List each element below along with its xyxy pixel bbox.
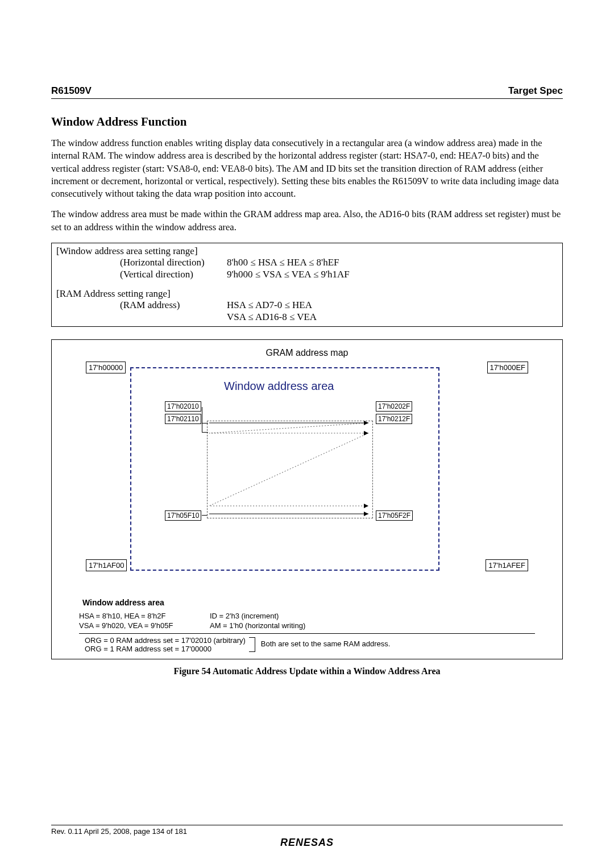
addr-inner-ml: 17'h02110 [165, 414, 201, 424]
horiz-dir-value: 8'h00 ≤ HSA ≤ HEA ≤ 8'hEF [227, 257, 558, 268]
addr-inner-br: 17'h05F2F [376, 510, 413, 521]
connector-line [202, 418, 208, 433]
wa-param-hsa: HSA = 8'h10, HEA = 8'h2F [79, 612, 210, 620]
ram-addr-value-2: VSA ≤ AD16-8 ≤ VEA [227, 312, 558, 323]
bracket-icon [249, 637, 255, 652]
header-right: Target Spec [508, 85, 563, 97]
vert-dir-value: 9'h000 ≤ VSA ≤ VEA ≤ 9'h1AF [227, 269, 558, 280]
divider [79, 633, 535, 634]
range-box: [Window address area setting range] (Hor… [51, 243, 563, 327]
ram-addr-label: (RAM address) [56, 300, 227, 311]
wa-title: Window address area [224, 380, 334, 393]
gram-diagram: GRAM address map 17'h00000 17'h000EF 17'… [51, 339, 563, 659]
vert-dir-label: (Vertical direction) [56, 269, 227, 280]
page-footer: Rev. 0.11 April 25, 2008, page 134 of 18… [51, 825, 563, 849]
wa-param-id: ID = 2'h3 (increment) [210, 612, 279, 620]
horiz-dir-label: (Horizontal direction) [56, 257, 227, 268]
addr-bl: 17'h1AF00 [86, 559, 127, 571]
addr-tr: 17'h000EF [487, 362, 528, 373]
wa-param-vsa: VSA = 9'h020, VEA = 9'h05F [79, 621, 210, 630]
section-title: Window Address Function [51, 115, 563, 129]
inner-window-rect [207, 421, 373, 518]
connector-line [202, 515, 208, 516]
page-header: R61509V Target Spec [51, 85, 563, 99]
figure-caption: Figure 54 Automatic Address Update withi… [51, 666, 563, 676]
header-left: R61509V [51, 85, 92, 97]
wa-org0: ORG = 0 RAM address set = 17'02010 (arbi… [85, 636, 246, 645]
addr-inner-tl: 17'h02010 [165, 401, 201, 412]
paragraph-1: The window address function enables writ… [51, 137, 563, 200]
addr-tl: 17'h00000 [86, 362, 126, 373]
footer-rev: Rev. 0.11 April 25, 2008, page 134 of 18… [51, 827, 563, 836]
addr-inner-bl: 17'h05F10 [165, 510, 201, 521]
addr-inner-mr: 17'h0212F [376, 414, 412, 424]
range-heading-2: [RAM Address setting range] [56, 288, 558, 300]
renesas-logo: RENESAS [51, 837, 563, 849]
wa-org1: ORG = 1 RAM address set = 17'00000 [85, 645, 246, 653]
paragraph-2: The window address area must be made wit… [51, 208, 563, 234]
range-heading-1: [Window address area setting range] [56, 246, 558, 257]
addr-inner-tr: 17'h0202F [376, 401, 412, 412]
addr-br: 17'h1AFEF [486, 559, 528, 571]
ram-addr-value-1: HSA ≤ AD7-0 ≤ HEA [227, 300, 558, 311]
wa-param-am: AM = 1'h0 (horizontal writing) [210, 621, 305, 630]
wa-note: Both are set to the same RAM address. [261, 636, 391, 648]
gram-title: GRAM address map [79, 348, 535, 358]
wa-heading: Window address area [82, 598, 535, 607]
